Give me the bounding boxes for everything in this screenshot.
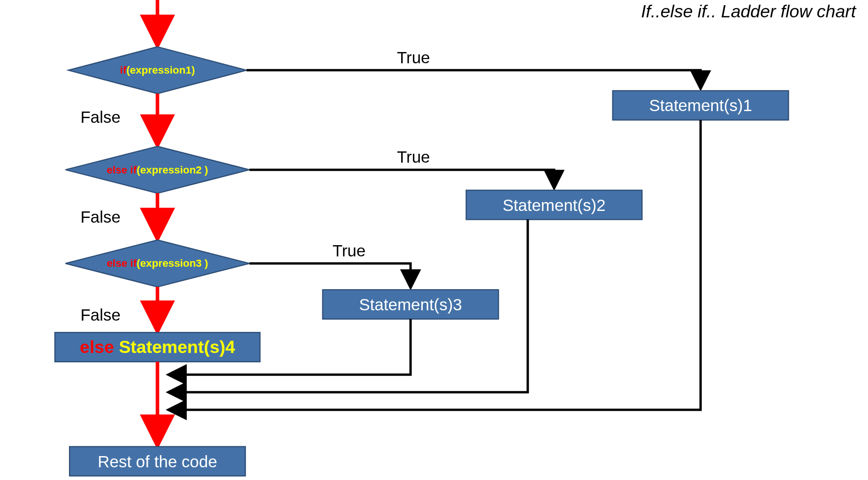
flow-d2-true [250, 170, 554, 187]
svg-text:else if(expression3 ): else if(expression3 ) [107, 257, 208, 269]
label-d2-true: True [397, 148, 430, 166]
svg-text:else if(expression2 ): else if(expression2 ) [107, 164, 208, 176]
flowchart-canvas: If..else if.. Ladder flow chart if(expre… [0, 0, 868, 480]
statement-1-box: Statement(s)1 [613, 91, 789, 120]
flow-d3-true [250, 263, 411, 287]
rest-of-code-box: Rest of the code [69, 447, 245, 476]
label-d1-true: True [397, 48, 430, 67]
label-d2-false: False [80, 208, 120, 226]
svg-text:else Statement(s)4: else Statement(s)4 [80, 337, 235, 357]
decision-elseif-expression3: else if(expression3 ) [66, 240, 250, 287]
label-d1-false: False [80, 108, 120, 126]
flow-s1-merge [169, 120, 701, 410]
svg-text:if(expression1): if(expression1) [120, 64, 195, 76]
statement-3-box: Statement(s)3 [323, 290, 499, 319]
flow-d1-true [246, 70, 700, 88]
label-d3-false: False [80, 306, 120, 324]
svg-text:Statement(s)2: Statement(s)2 [503, 196, 606, 214]
else-statement-box: else Statement(s)4 [55, 332, 260, 361]
diagram-title: If..else if.. Ladder flow chart [641, 1, 857, 21]
label-d3-true: True [333, 241, 366, 260]
decision-if-expression1: if(expression1) [69, 47, 247, 94]
svg-text:Statement(s)3: Statement(s)3 [359, 295, 462, 314]
statement-2-box: Statement(s)2 [466, 190, 642, 219]
svg-text:Rest of the code: Rest of the code [98, 452, 217, 471]
decision-elseif-expression2: else if(expression2 ) [66, 146, 250, 193]
svg-text:Statement(s)1: Statement(s)1 [649, 96, 752, 114]
